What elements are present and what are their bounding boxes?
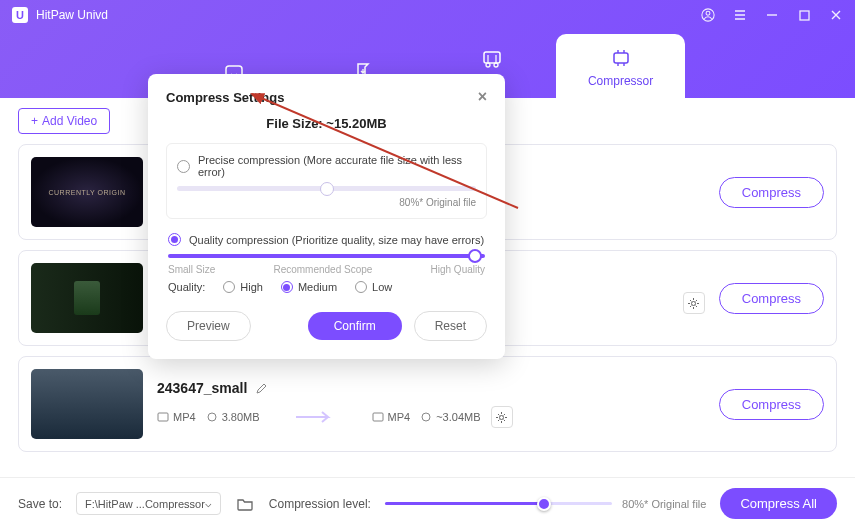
quality-low-radio[interactable] xyxy=(355,281,367,293)
add-video-label: Add Video xyxy=(42,114,97,128)
account-icon[interactable] xyxy=(701,8,715,22)
quality-high-radio[interactable] xyxy=(223,281,235,293)
svg-point-5 xyxy=(486,63,490,67)
quality-medium-radio[interactable] xyxy=(281,281,293,293)
close-icon[interactable] xyxy=(829,8,843,22)
quality-radio[interactable] xyxy=(168,233,181,246)
svg-point-16 xyxy=(500,415,504,419)
compress-settings-dialog: Compress Settings × File Size: ~15.20MB … xyxy=(148,74,505,359)
quality-slider[interactable] xyxy=(168,254,485,258)
compress-all-button[interactable]: Compress All xyxy=(720,488,837,519)
small-size-label: Small Size xyxy=(168,264,215,275)
precise-label: Precise compression (More accurate file … xyxy=(198,154,476,178)
svg-rect-2 xyxy=(800,11,809,20)
thumbnail[interactable]: CURRENTLY ORIGIN xyxy=(31,157,143,227)
dst-format: MP4 xyxy=(388,411,411,423)
precise-slider[interactable] xyxy=(177,186,476,191)
add-video-button[interactable]: + Add Video xyxy=(18,108,110,134)
menu-icon[interactable] xyxy=(733,8,747,22)
svg-point-15 xyxy=(422,413,430,421)
tab-compressor[interactable]: Compressor xyxy=(556,34,685,98)
svg-rect-12 xyxy=(158,413,168,421)
open-folder-button[interactable] xyxy=(235,496,255,512)
high-quality-label: High Quality xyxy=(431,264,485,275)
compression-level-value: 80%* Original file xyxy=(622,498,706,510)
src-format: MP4 xyxy=(173,411,196,423)
precise-compression-option[interactable]: Precise compression (More accurate file … xyxy=(166,143,487,219)
file-item: 243647_small MP4 3.80MB MP4 ~3.04MB Comp… xyxy=(18,356,837,452)
file-size-value: File Size: ~15.20MB xyxy=(166,116,487,131)
quality-title: Quality: xyxy=(168,281,205,293)
tab-label: Compressor xyxy=(588,74,653,88)
compress-button[interactable]: Compress xyxy=(719,283,824,314)
svg-point-6 xyxy=(494,63,498,67)
precise-value: 80%* Original file xyxy=(177,197,476,208)
quality-compression-option[interactable]: Quality compression (Prioritize quality,… xyxy=(166,229,487,297)
compression-level-slider[interactable] xyxy=(385,502,612,505)
precise-radio[interactable] xyxy=(177,160,190,173)
minimize-icon[interactable] xyxy=(765,8,779,22)
recommended-label: Recommended Scope xyxy=(273,264,372,275)
save-to-label: Save to: xyxy=(18,497,62,511)
thumbnail[interactable] xyxy=(31,263,143,333)
thumbnail[interactable] xyxy=(31,369,143,439)
app-logo: U xyxy=(12,7,28,23)
editor-icon xyxy=(480,46,504,70)
settings-button[interactable] xyxy=(491,406,513,428)
svg-point-13 xyxy=(208,413,216,421)
svg-rect-7 xyxy=(614,53,628,63)
file-name: 243647_small xyxy=(157,380,247,396)
save-to-select[interactable]: F:\HitPaw ...Compressor ⌵ xyxy=(76,492,221,515)
settings-button[interactable] xyxy=(683,292,705,314)
app-title: HitPaw Univd xyxy=(36,8,701,22)
confirm-button[interactable]: Confirm xyxy=(308,312,402,340)
edit-name-icon[interactable] xyxy=(255,382,268,395)
compress-button[interactable]: Compress xyxy=(719,177,824,208)
save-to-value: F:\HitPaw ...Compressor xyxy=(85,498,205,510)
src-size: 3.80MB xyxy=(222,411,260,423)
arrow-icon xyxy=(286,408,346,426)
reset-button[interactable]: Reset xyxy=(414,311,487,341)
quality-label: Quality compression (Prioritize quality,… xyxy=(189,234,484,246)
plus-icon: + xyxy=(31,114,38,128)
svg-point-1 xyxy=(706,11,710,15)
preview-button[interactable]: Preview xyxy=(166,311,251,341)
compression-level-label: Compression level: xyxy=(269,497,371,511)
svg-rect-4 xyxy=(484,52,500,63)
compress-button[interactable]: Compress xyxy=(719,389,824,420)
dst-size: ~3.04MB xyxy=(436,411,480,423)
svg-rect-14 xyxy=(373,413,383,421)
compressor-icon xyxy=(609,46,633,70)
dialog-close-icon[interactable]: × xyxy=(478,88,487,106)
svg-point-11 xyxy=(692,301,696,305)
dialog-title: Compress Settings xyxy=(166,90,284,105)
maximize-icon[interactable] xyxy=(797,8,811,22)
chevron-down-icon: ⌵ xyxy=(205,497,212,510)
